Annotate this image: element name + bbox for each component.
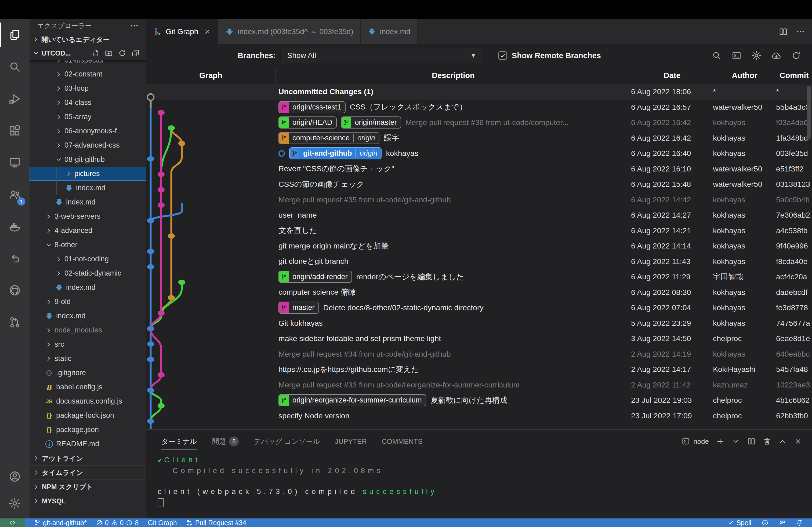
tree-item-4-advanced[interactable]: 4-advanced (30, 224, 146, 238)
tree-item-pictures[interactable]: pictures (30, 167, 146, 181)
tab-index.md[interactable]: index.md (361, 19, 418, 44)
tree-item-3-web-servers[interactable]: 3-web-servers (30, 209, 146, 224)
activity-account[interactable] (0, 463, 30, 490)
close-icon[interactable] (204, 28, 211, 35)
status-notifications[interactable] (796, 519, 803, 526)
activity-github-pull-requests[interactable] (0, 306, 30, 338)
column-header-graph[interactable]: Graph (146, 67, 275, 84)
activity-remote-explorer[interactable] (0, 147, 30, 178)
tree-item-node-modules[interactable]: node_modules (30, 323, 146, 337)
tree-item-05-array[interactable]: 05-array (30, 110, 146, 124)
tab-index.md[interactable]: index.md (003fe35d^ ⇔ 003fe35d) (218, 19, 360, 44)
status-branch[interactable]: git-and-github* (34, 519, 87, 527)
status-git-graph-status[interactable]: Git Graph (148, 519, 177, 527)
tab-git[interactable]: Git Graph (146, 19, 218, 44)
activity-search[interactable] (0, 51, 30, 82)
tree-item-index.md[interactable]: index.md (30, 195, 146, 209)
status-problems[interactable]: 0 0 8 (96, 519, 139, 527)
status-pull-request-status[interactable]: Pull Request #34 (186, 519, 246, 527)
activity-extensions[interactable] (0, 115, 30, 147)
panel-tab-COMMENTS[interactable]: COMMENTS (382, 430, 423, 453)
panel-tab-デバッグ コンソール[interactable]: デバッグ コンソール (254, 430, 320, 453)
branch-badge-origin-css-test1[interactable]: origin/css-test1 (278, 101, 346, 113)
section-タイムライン[interactable]: タイムライン (30, 465, 146, 480)
activity-undo-history[interactable] (0, 242, 30, 274)
activity-run-and-debug[interactable] (0, 82, 30, 115)
status-feedback[interactable] (779, 519, 786, 526)
terminal-icon[interactable] (731, 50, 742, 61)
status-spell-checker[interactable]: Spell (727, 519, 751, 527)
branch-badge-origin-master[interactable]: origin/master (341, 117, 401, 129)
column-header-commit[interactable]: Commit (776, 67, 812, 84)
tree-item-07-advanced-css[interactable]: 07-advanced-css (30, 138, 146, 152)
terminal-shell-label[interactable]: node (693, 437, 709, 446)
branches-dropdown[interactable]: Show All ▼ (282, 48, 482, 63)
tree-item-9-old[interactable]: 9-old (30, 295, 146, 309)
activity-explorer[interactable] (0, 19, 30, 51)
activity-github[interactable] (0, 274, 30, 306)
close-icon[interactable] (794, 437, 802, 446)
search-icon[interactable] (712, 50, 722, 61)
tree-item-02-static-dynamic[interactable]: 02-static-dynamic (30, 266, 146, 281)
tree-item-03-loop[interactable]: 03-loop (30, 81, 146, 95)
chevron-up-icon[interactable] (778, 437, 787, 446)
section-アウトライン[interactable]: アウトライン (30, 451, 146, 465)
show-remote-branches-checkbox[interactable] (498, 51, 507, 60)
branch-badge-master[interactable]: master (278, 302, 319, 314)
tree-item-docusaurus.config.js[interactable]: JSdocusaurus.config.js (30, 394, 146, 408)
panel-tab-JUPYTER[interactable]: JUPYTER (335, 430, 367, 453)
tree-item-04-class[interactable]: 04-class (30, 95, 146, 110)
section-MYSQL[interactable]: MYSQL (30, 494, 146, 508)
tree-item-static[interactable]: static (30, 351, 146, 366)
tree-item-src[interactable]: src (30, 337, 146, 351)
remote-indicator[interactable] (0, 518, 25, 527)
status-octoface[interactable] (762, 519, 768, 526)
tree-item-06-anonymous-f...[interactable]: 06-anonymous-f... (30, 124, 146, 138)
tree-item-02-constant[interactable]: 02-constant (30, 67, 146, 81)
tree-item-package.json[interactable]: {}package.json (30, 423, 146, 437)
branch-badge-origin-head[interactable]: origin/HEAD (278, 117, 337, 129)
plus-icon[interactable] (716, 437, 724, 446)
tree-item-index.md[interactable]: index.md (30, 181, 146, 195)
gear-icon[interactable] (751, 50, 762, 61)
tree-item-index.md[interactable]: index.md (30, 309, 146, 323)
scrollbar-thumb[interactable] (807, 86, 811, 139)
section-workspace[interactable]: UTCOD... (30, 46, 146, 60)
tree-item-01-not-coding[interactable]: 01-not-coding (30, 252, 146, 266)
shell-icon[interactable] (682, 437, 690, 446)
column-header-date[interactable]: Date (631, 67, 713, 84)
terminal-output[interactable]: ✔ ClientCompiled successfully in 202.08m… (146, 453, 812, 518)
tree-item-08-git-github[interactable]: 08-git-github (30, 152, 146, 167)
tree-item-babel.config.js[interactable]: Bbabel.config.js (30, 380, 146, 394)
split-editor-icon[interactable] (779, 27, 788, 36)
collapse-all-icon[interactable] (131, 49, 140, 57)
refresh-icon[interactable] (791, 50, 801, 61)
tree-item-index.md[interactable]: index.md (30, 281, 146, 295)
new-file-icon[interactable] (91, 49, 100, 57)
section-NPM スクリプト[interactable]: NPM スクリプト (30, 480, 146, 494)
cloud-download-icon[interactable] (771, 50, 781, 61)
split-editor-icon[interactable] (747, 437, 756, 446)
panel-tab-ターミナル[interactable]: ターミナル (161, 430, 197, 453)
branch-badge-origin-add-render[interactable]: origin/add-render (278, 271, 352, 283)
column-header-author[interactable]: Author (713, 67, 776, 84)
activity-manage-settings[interactable] (0, 490, 30, 517)
branch-badge-origin-reorganize-for-summer-curriculum[interactable]: origin/reorganize-for-summer-curriculum (278, 394, 426, 406)
more-icon[interactable] (796, 27, 805, 36)
tree-item-package-lock.json[interactable]: {}package-lock.json (30, 408, 146, 423)
chevron-down-icon[interactable] (731, 437, 740, 446)
tree-item-8-other[interactable]: 8-other (30, 238, 146, 252)
tree-item-.gitignore[interactable]: .gitignore (30, 366, 146, 380)
column-header-description[interactable]: Description (275, 67, 631, 84)
trash-icon[interactable] (763, 437, 771, 446)
more-actions-icon[interactable] (130, 21, 139, 30)
new-folder-icon[interactable] (104, 49, 113, 57)
tree-item-readme.md[interactable]: iREADME.md (30, 437, 146, 451)
activity-docker[interactable] (0, 210, 30, 242)
branch-badge-git-and-github[interactable]: git-and-githuborigin (289, 147, 381, 160)
branch-badge-computer-science[interactable]: computer-scienceorigin (278, 132, 379, 144)
section-open-editors[interactable]: 開いているエディター (30, 33, 146, 46)
activity-accounts-people[interactable]: 1 (0, 178, 30, 210)
panel-tab-問題[interactable]: 問題8 (212, 430, 239, 453)
refresh-icon[interactable] (118, 49, 127, 57)
